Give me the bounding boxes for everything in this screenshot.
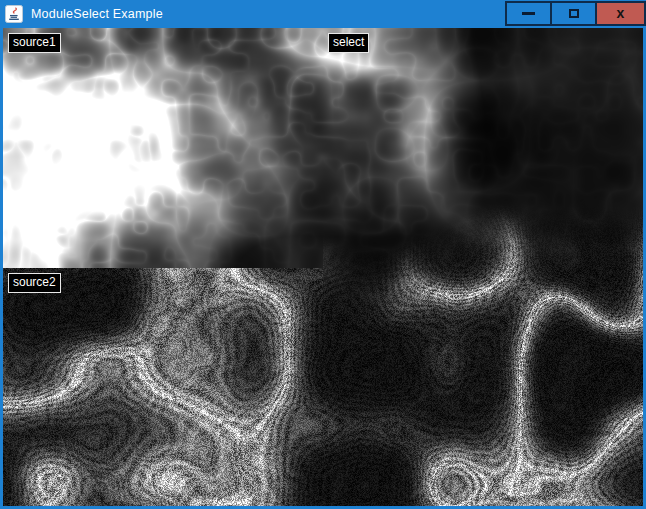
window-frame: ModuleSelect Example x source1 select so…	[0, 0, 646, 509]
client-area: source1 select source2	[3, 28, 643, 506]
close-icon: x	[617, 6, 625, 20]
window-controls: x	[507, 1, 646, 27]
image-label-source2: source2	[8, 273, 61, 293]
maximize-button[interactable]	[550, 1, 597, 26]
maximize-icon	[569, 9, 579, 18]
noise-render-canvas	[3, 28, 643, 506]
image-label-source1: source1	[8, 33, 61, 53]
close-button[interactable]: x	[595, 1, 646, 26]
java-app-icon	[5, 5, 23, 23]
titlebar[interactable]: ModuleSelect Example x	[0, 0, 646, 28]
minimize-button[interactable]	[505, 1, 552, 26]
image-label-select: select	[328, 33, 369, 53]
window-title: ModuleSelect Example	[31, 7, 163, 21]
minimize-icon	[522, 12, 535, 15]
